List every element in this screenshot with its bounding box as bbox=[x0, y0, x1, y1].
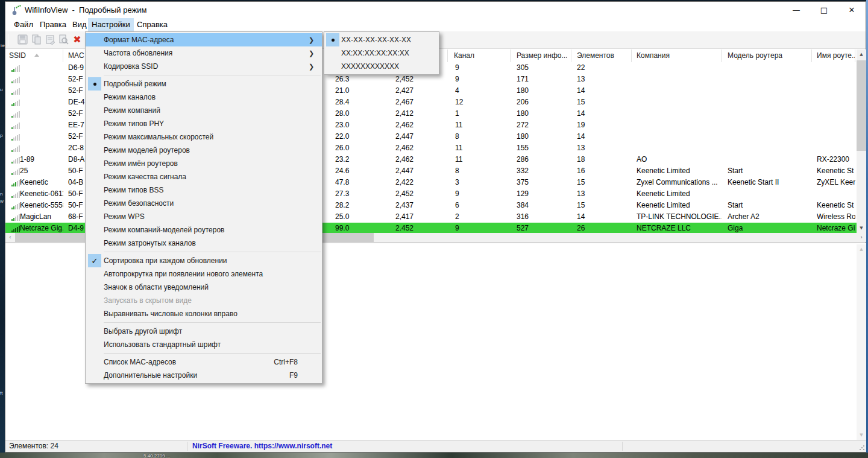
copy-icon[interactable] bbox=[31, 34, 42, 45]
column-header-elements[interactable]: Элементов bbox=[571, 49, 632, 62]
menu-item-gutter bbox=[86, 104, 104, 117]
cell-channel: 4 bbox=[455, 85, 511, 97]
menubar-item-1[interactable]: Файл bbox=[10, 18, 37, 31]
menu-item-label: XXXXXXXXXXXX bbox=[341, 62, 426, 71]
column-header-size[interactable]: Размер инфо... bbox=[511, 49, 571, 62]
menu-item-label: Значок в области уведомлений bbox=[104, 283, 309, 291]
column-header-name[interactable]: Имя роуте... bbox=[812, 49, 855, 62]
settings-menu-item-23[interactable]: Выравнивать числовые колонки вправо bbox=[86, 307, 322, 320]
column-header-label: Компания bbox=[637, 51, 670, 60]
signal-strength-icon bbox=[11, 99, 20, 106]
cell-quality: 27.3 bbox=[335, 188, 391, 200]
cell-freq: 2,462 bbox=[395, 142, 448, 154]
cell-elements: 15 bbox=[577, 177, 632, 188]
find-icon[interactable] bbox=[58, 34, 69, 45]
delete-icon[interactable]: ✖ bbox=[72, 34, 83, 45]
mac-format-item-2[interactable]: XX:XX:XX:XX:XX:XX bbox=[324, 46, 439, 60]
settings-menu-item-16[interactable]: Режим компаний-моделей роутеров bbox=[86, 223, 322, 237]
menu-item-label: XX-XX-XX-XX-XX-XX bbox=[341, 36, 426, 44]
settings-menu-item-7[interactable]: Режим компаний bbox=[86, 104, 322, 117]
cell-size: 332 bbox=[517, 165, 571, 177]
radio-selected-icon bbox=[326, 33, 339, 46]
settings-menu-item-22: Запускать в скрытом виде bbox=[86, 294, 322, 307]
scroll-down-icon[interactable]: ▼ bbox=[857, 430, 866, 440]
signal-strength-icon bbox=[11, 65, 20, 72]
menu-item-gutter bbox=[86, 223, 104, 237]
detail-vertical-scrollbar[interactable]: ▲ ▼ bbox=[857, 244, 866, 440]
cell-elements: 16 bbox=[577, 165, 632, 177]
cell-freq: 2,467 bbox=[395, 97, 448, 108]
settings-menu-item-5[interactable]: Подробный режим bbox=[86, 77, 322, 91]
menu-item-label: Формат MAC-адреса bbox=[104, 36, 309, 44]
save-icon[interactable] bbox=[17, 34, 28, 45]
maximize-button[interactable]: □ bbox=[810, 2, 838, 18]
menu-item-label: Сортировка при каждом обновлении bbox=[104, 256, 309, 265]
column-header-ssid[interactable]: SSID bbox=[5, 49, 63, 62]
settings-menu-item-3[interactable]: Кодировка SSID❯ bbox=[86, 60, 322, 73]
settings-menu-item-8[interactable]: Режим типов PHY bbox=[86, 117, 322, 130]
settings-menu-item-12[interactable]: Режим качества сигнала bbox=[86, 170, 322, 183]
settings-menu-item-9[interactable]: Режим максимальных скоростей bbox=[86, 130, 322, 144]
cell-ssid: 25 bbox=[20, 165, 63, 177]
mac-format-item-3[interactable]: XXXXXXXXXXXX bbox=[324, 60, 439, 73]
settings-menu-item-29[interactable]: Дополнительные настройкиF9 bbox=[86, 369, 322, 382]
scroll-up-icon[interactable]: ▲ bbox=[857, 244, 866, 254]
desktop-icon-text-fragment: p bbox=[0, 133, 2, 138]
close-button[interactable]: ✕ bbox=[838, 2, 866, 18]
settings-menu-item-26[interactable]: Использовать стандартный шрифт bbox=[86, 338, 322, 351]
menu-item-gutter bbox=[86, 267, 104, 281]
settings-menu-item-1[interactable]: Формат MAC-адреса❯ bbox=[86, 33, 322, 46]
cell-channel: 2 bbox=[455, 211, 511, 223]
scroll-down-icon[interactable]: ▼ bbox=[857, 223, 866, 233]
cell-elements: 15 bbox=[577, 200, 632, 211]
settings-menu-item-20[interactable]: Автопрокрутка при появлении нового элеме… bbox=[86, 267, 322, 281]
menu-item-label: Режим типов PHY bbox=[104, 119, 309, 128]
scroll-left-icon[interactable]: ‹ bbox=[5, 233, 15, 242]
menubar-item-3[interactable]: Вид bbox=[69, 18, 90, 31]
settings-menu-item-28[interactable]: Список MAC-адресовCtrl+F8 bbox=[86, 355, 322, 369]
settings-menu-item-19[interactable]: ✓Сортировка при каждом обновлении bbox=[86, 254, 322, 267]
signal-strength-icon bbox=[11, 225, 20, 232]
column-header-label: SSID bbox=[9, 51, 26, 60]
settings-menu-item-13[interactable]: Режим типов BSS bbox=[86, 183, 322, 197]
resize-grip[interactable] bbox=[859, 445, 865, 451]
signal-strength-icon bbox=[11, 191, 20, 198]
settings-menu-item-11[interactable]: Режим имён роутеров bbox=[86, 157, 322, 170]
settings-menu: Формат MAC-адреса❯Частота обновления❯Код… bbox=[85, 31, 322, 384]
menu-item-label: Режим безопасности bbox=[104, 199, 309, 208]
properties-icon[interactable] bbox=[45, 34, 56, 45]
settings-menu-item-2[interactable]: Частота обновления❯ bbox=[86, 46, 322, 60]
cell-channel: 1 bbox=[455, 108, 511, 119]
settings-menu-item-10[interactable]: Режим моделей роутеров bbox=[86, 144, 322, 157]
mac-format-item-1[interactable]: XX-XX-XX-XX-XX-XX bbox=[324, 33, 439, 46]
menubar-item-4[interactable]: Настройки bbox=[88, 18, 134, 31]
settings-menu-item-15[interactable]: Режим WPS bbox=[86, 210, 322, 223]
settings-menu-item-21[interactable]: Значок в области уведомлений bbox=[86, 281, 322, 294]
menubar-item-2[interactable]: Правка bbox=[36, 18, 70, 31]
settings-menu-item-17[interactable]: Режим затронутых каналов bbox=[86, 237, 322, 250]
column-header-company[interactable]: Компания bbox=[632, 49, 722, 62]
menu-item-label: Автопрокрутка при появлении нового элеме… bbox=[104, 270, 309, 278]
scroll-up-icon[interactable]: ▲ bbox=[857, 49, 866, 59]
menu-item-gutter bbox=[86, 144, 104, 157]
column-header-channel[interactable]: Канал bbox=[448, 49, 511, 62]
scroll-thumb[interactable] bbox=[857, 60, 866, 151]
settings-menu-item-6[interactable]: Режим каналов bbox=[86, 91, 322, 104]
scroll-right-icon[interactable]: › bbox=[857, 233, 866, 242]
cell-elements: 14 bbox=[577, 131, 632, 142]
menu-item-label: Выбрать другой шрифт bbox=[104, 327, 309, 336]
settings-menu-item-25[interactable]: Выбрать другой шрифт bbox=[86, 325, 322, 338]
menu-item-gutter bbox=[86, 91, 104, 104]
minimize-button[interactable]: — bbox=[782, 2, 810, 18]
settings-menu-item-14[interactable]: Режим безопасности bbox=[86, 197, 322, 210]
column-header-model[interactable]: Модель роутера bbox=[722, 49, 812, 62]
menu-item-label: Дополнительные настройки bbox=[104, 371, 289, 380]
menu-item-label: XX:XX:XX:XX:XX:XX bbox=[341, 49, 426, 57]
menubar-item-5[interactable]: Справка bbox=[133, 18, 171, 31]
nirsoft-link[interactable]: NirSoft Freeware. https://www.nirsoft.ne… bbox=[192, 441, 332, 452]
list-vertical-scrollbar[interactable]: ▲ ▼ bbox=[857, 49, 866, 233]
cell-quality: 23.2 bbox=[335, 154, 391, 165]
app-icon bbox=[11, 5, 22, 17]
cell-elements: 13 bbox=[577, 188, 632, 200]
cell-freq: 2,452 bbox=[395, 74, 448, 85]
